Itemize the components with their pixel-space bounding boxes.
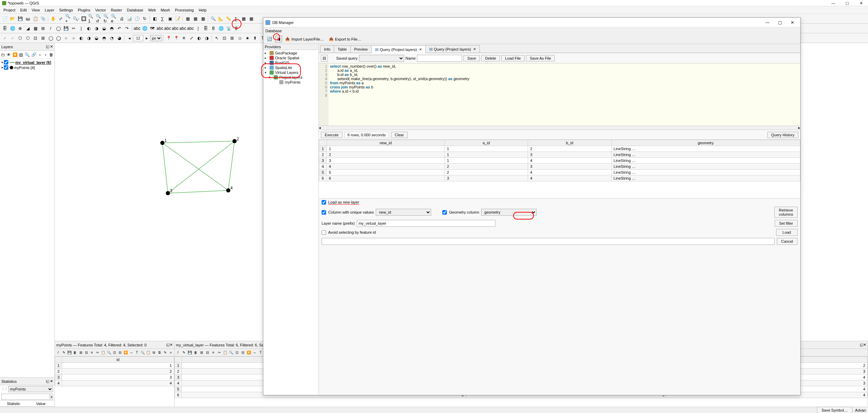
- attr1-btn-12[interactable]: 🔽: [123, 350, 128, 355]
- db-maximize-button[interactable]: ▢: [774, 19, 786, 26]
- res-cell[interactable]: LineString …: [611, 152, 800, 158]
- spin-down[interactable]: ◂: [126, 35, 133, 42]
- tab-query-1[interactable]: ▤Query (Project layers)✕: [371, 45, 426, 53]
- tb1c-btn-3[interactable]: 📝: [174, 15, 181, 22]
- layer-myPoints[interactable]: ▾myPoints [4]: [1, 65, 54, 70]
- tb1b-btn-3[interactable]: 🔍-: [73, 15, 79, 22]
- db-refresh-button[interactable]: 🔃: [265, 36, 274, 42]
- tb3a-btn-9[interactable]: ○: [70, 35, 77, 42]
- res-row-header[interactable]: 4: [319, 164, 327, 170]
- stats-close-icon[interactable]: ✕: [50, 379, 53, 384]
- tb1b-btn-11[interactable]: 🕒: [134, 15, 141, 22]
- row-header[interactable]: 1: [175, 363, 182, 369]
- expander-icon[interactable]: ▸: [265, 66, 268, 69]
- attr1-btn-13[interactable]: ↔: [129, 350, 134, 355]
- res-cell[interactable]: 3: [528, 152, 611, 158]
- attr1-btn-10[interactable]: ⊡: [112, 350, 117, 355]
- row-header[interactable]: 2: [175, 369, 182, 375]
- res-cell[interactable]: LineString …: [611, 158, 800, 164]
- attr2-undock-icon[interactable]: ◱: [860, 343, 863, 347]
- res-cell[interactable]: 3: [327, 158, 445, 164]
- res-row-header[interactable]: 5: [319, 170, 327, 175]
- db-export-button[interactable]: 📤Export to File…: [327, 36, 363, 42]
- tb3a-btn-2[interactable]: ⬡: [17, 35, 24, 42]
- tb2b-btn-2[interactable]: 🗺: [149, 25, 156, 32]
- attr1-btn-8[interactable]: 📋: [101, 350, 106, 355]
- menu-view[interactable]: View: [29, 7, 42, 13]
- geom-col-check[interactable]: [442, 210, 447, 215]
- tb2a-btn-1[interactable]: 🌐: [9, 25, 16, 32]
- provider-geopackage[interactable]: ▸GeoPackage: [264, 51, 318, 55]
- row-header[interactable]: 4: [175, 380, 182, 386]
- attr1-undock-icon[interactable]: ◱: [166, 343, 170, 347]
- tab-query-2[interactable]: ▤Query (Project layers)✕: [425, 45, 480, 53]
- db-sql-button[interactable]: ◨: [275, 36, 282, 42]
- col-header[interactable]: id: [62, 357, 174, 363]
- tb2b-btn-6[interactable]: abc: [179, 25, 186, 32]
- tb3a-btn-7[interactable]: ◯: [55, 35, 62, 42]
- point-4[interactable]: [226, 188, 230, 192]
- row-header[interactable]: 2: [55, 369, 62, 375]
- tb2a-btn-14[interactable]: ◓: [108, 25, 115, 32]
- tb3b-btn-3[interactable]: ⤢: [188, 35, 195, 42]
- menu-vector[interactable]: Vector: [93, 7, 108, 13]
- tb2b-btn-7[interactable]: abc: [187, 25, 194, 32]
- hscroll-right-icon[interactable]: ▸: [798, 126, 800, 130]
- tb4-btn-2[interactable]: ⊞: [229, 35, 236, 42]
- tb4-btn-4[interactable]: ★: [244, 35, 251, 42]
- res-cell[interactable]: 1: [445, 146, 528, 152]
- layers-tb-btn-6[interactable]: ‹: [37, 51, 42, 58]
- load-button[interactable]: Load: [776, 229, 798, 236]
- expander-icon[interactable]: ▸: [265, 56, 268, 60]
- spin-up[interactable]: ▸: [143, 35, 150, 42]
- save-symbol-button[interactable]: Save Symbol…: [817, 407, 852, 413]
- tb3a-btn-12[interactable]: ◒: [93, 35, 100, 42]
- tb1b-btn-4[interactable]: 🔲: [80, 15, 87, 22]
- layer-name-input[interactable]: [357, 220, 495, 227]
- attr1-btn-7[interactable]: ✂: [95, 350, 100, 355]
- unit-select[interactable]: px: [150, 35, 162, 41]
- tb1e-btn-1[interactable]: 📐: [217, 15, 224, 22]
- tb1e-btn-3[interactable]: ∑: [232, 15, 239, 22]
- res-col[interactable]: new_id: [327, 140, 445, 146]
- tb1b-btn-10[interactable]: 📊: [126, 15, 133, 22]
- tb4-btn-5[interactable]: ⬆: [252, 35, 258, 42]
- attr1-btn-15[interactable]: 🔍: [140, 350, 145, 355]
- tb3a-btn-10[interactable]: ◐: [78, 35, 85, 42]
- menu-plugins[interactable]: Plugins: [76, 7, 92, 13]
- attr1-grid[interactable]: id11223344: [55, 356, 174, 386]
- attr2-btn-8[interactable]: 📋: [222, 350, 228, 355]
- layer-check[interactable]: [4, 60, 8, 64]
- tb3b-btn-5[interactable]: ◑: [203, 35, 210, 42]
- tb1b-btn-7[interactable]: 🔍↻: [103, 15, 110, 22]
- row-header[interactable]: 4: [55, 380, 62, 386]
- menu-layer[interactable]: Layer: [43, 7, 57, 13]
- res-cell[interactable]: LineString …: [611, 175, 800, 181]
- sql-editor[interactable]: 12345678 select row_number() over() as n…: [319, 63, 800, 126]
- tb1a-btn-0[interactable]: 📄: [1, 15, 8, 22]
- load-as-layer-check[interactable]: [322, 200, 326, 205]
- res-cell[interactable]: 4: [528, 158, 611, 164]
- attr2-btn-1[interactable]: ✎: [181, 350, 187, 355]
- tb1a-btn-2[interactable]: 💾: [17, 15, 24, 22]
- tb2b-btn-5[interactable]: abc: [172, 25, 179, 32]
- attr2-btn-14[interactable]: T: [258, 350, 263, 355]
- attr1-btn-18[interactable]: 🗎: [157, 350, 162, 355]
- tb2a-btn-0[interactable]: 🗄: [1, 25, 8, 32]
- db-minimize-button[interactable]: —: [761, 19, 773, 26]
- menu-web[interactable]: Web: [146, 7, 158, 13]
- res-col[interactable]: geometry: [611, 140, 800, 146]
- execute-button[interactable]: Execute: [321, 132, 342, 138]
- cell[interactable]: 3: [62, 375, 174, 380]
- stats-expr-button[interactable]: ε: [51, 394, 53, 400]
- avoid-featureid-check[interactable]: [322, 230, 326, 235]
- attr2-btn-0[interactable]: /: [175, 350, 181, 355]
- layers-tb-btn-7[interactable]: ›: [43, 51, 48, 58]
- loadfile-button[interactable]: Load File: [501, 55, 525, 61]
- res-cell[interactable]: 2: [528, 146, 611, 152]
- size-input[interactable]: [133, 35, 143, 41]
- attr1-btn-11[interactable]: ⊟: [118, 350, 123, 355]
- res-cell[interactable]: LineString …: [611, 170, 800, 175]
- query-history-button[interactable]: Query History: [767, 132, 798, 138]
- attr2-btn-11[interactable]: ⊟: [240, 350, 246, 355]
